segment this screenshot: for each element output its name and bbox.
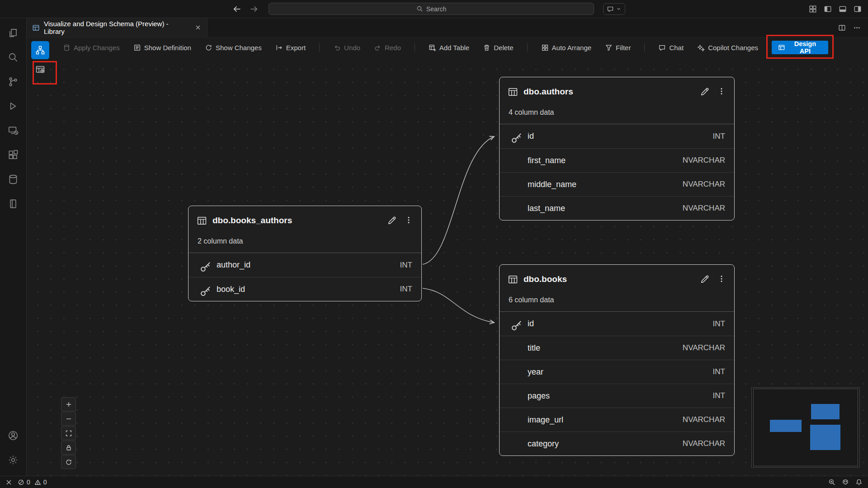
title-bar: Search [0,0,868,18]
column-row[interactable]: title NVARCHAR [500,336,734,360]
column-type: NVARCHAR [683,180,725,189]
back-button[interactable] [232,5,241,14]
copilot-chat-dropdown[interactable] [603,3,625,15]
zoom-in-button[interactable] [61,397,76,411]
column-type: INT [713,391,725,400]
fit-view-button[interactable] [61,426,76,440]
undo-button[interactable]: Undo [333,44,360,52]
sidebar-item-source-control[interactable] [2,70,24,94]
column-row[interactable]: pages INT [500,384,734,408]
forward-button[interactable] [250,5,259,14]
auto-arrange-button[interactable]: Auto Arrange [541,44,592,52]
table-columns: author_id INT book_id INT [189,253,421,301]
table-name: dbo.books_authors [212,216,292,225]
toolbar-separator [527,43,528,52]
problems-indicator[interactable]: 0 0 [18,479,47,486]
column-type: INT [713,132,725,141]
column-row[interactable]: last_name NVARCHAR [500,196,734,220]
table-card-books[interactable]: dbo.books 6 column data id INT [499,264,735,456]
notifications-button[interactable] [855,479,863,486]
sidebar-item-extensions[interactable] [2,143,24,167]
table-name: dbo.books [524,274,567,284]
toggle-sidebar-icon[interactable] [824,5,832,13]
export-button[interactable]: Export [275,44,306,52]
primary-key-icon [199,285,212,294]
column-name: year [528,367,543,377]
toggle-secondary-sidebar-icon[interactable] [854,5,862,13]
table-icon [508,87,518,97]
column-name: id [528,131,534,141]
primary-key-icon [510,131,523,141]
toolbar-label: Export [286,44,306,52]
apply-changes-button[interactable]: Apply Changes [63,44,120,52]
minimap-viewport [753,389,858,466]
table-menu-button[interactable] [404,216,413,225]
column-row[interactable]: id INT [500,124,734,148]
sidebar-item-database[interactable] [2,167,24,192]
zoom-status-button[interactable] [828,479,835,486]
column-row[interactable]: image_url NVARCHAR [500,408,734,432]
minimap[interactable] [751,387,860,468]
disconnect-icon [5,479,12,486]
column-row[interactable]: middle_name NVARCHAR [500,172,734,196]
sidebar-item-search[interactable] [2,45,24,70]
settings-button[interactable] [2,448,24,472]
column-row[interactable]: category NVARCHAR [500,432,734,455]
edit-table-button[interactable] [700,87,710,97]
table-menu-button[interactable] [717,274,726,284]
toolbar-separator [415,43,415,52]
edit-table-button[interactable] [387,216,397,225]
column-type: NVARCHAR [683,343,725,352]
column-row[interactable]: id INT [500,312,734,336]
customize-layout-icon[interactable] [809,5,817,13]
show-definition-button[interactable]: Show Definition [133,44,191,52]
lock-button[interactable] [61,441,76,455]
reset-view-button[interactable] [61,455,76,469]
table-card-authors[interactable]: dbo.authors 4 column data id INT [499,77,735,221]
key-slot-empty [510,343,523,353]
split-editor-icon[interactable] [838,24,846,32]
table-card-books-authors[interactable]: dbo.books_authors 2 column data author_i… [188,206,422,301]
column-row[interactable]: author_id INT [189,253,421,277]
edit-table-button[interactable] [700,274,710,284]
tab-schema-designer[interactable]: Visualize and Design Schema (Preview) - … [27,18,208,37]
sidebar-item-run-debug[interactable] [2,94,24,118]
column-name: middle_name [528,180,576,189]
show-changes-button[interactable]: Show Changes [205,44,262,52]
schema-view-button[interactable] [31,41,49,59]
account-button[interactable] [2,423,24,448]
key-slot-empty [510,180,523,189]
minimap-node [770,420,802,432]
copilot-changes-button[interactable]: Copilot Changes [697,44,758,52]
sidebar-item-database-projects[interactable] [2,192,24,216]
zoom-out-button[interactable] [61,412,76,426]
warnings-count: 0 [43,479,47,486]
status-bar: 0 0 [0,476,868,488]
add-table-button[interactable]: Add Table [429,44,469,52]
command-center-search[interactable]: Search [269,3,594,15]
toolbar-label: Copilot Changes [708,44,758,52]
redo-button[interactable]: Redo [374,44,401,52]
table-subtitle: 2 column data [189,232,421,253]
schema-diagram-icon [35,45,46,56]
bell-icon [855,479,863,486]
delete-button[interactable]: Delete [483,44,513,52]
chat-button[interactable]: Chat [658,44,684,52]
more-actions-icon[interactable] [853,24,861,32]
table-subtitle: 6 column data [500,291,734,312]
column-row[interactable]: book_id INT [189,277,421,301]
sidebar-item-explorer[interactable] [2,21,24,45]
primary-key-icon [510,319,523,328]
toolbar-label: Chat [669,44,684,52]
column-name: pages [528,391,550,401]
close-icon[interactable] [194,24,202,31]
sidebar-item-remote-explorer[interactable] [2,118,24,143]
column-row[interactable]: first_name NVARCHAR [500,148,734,172]
column-name: id [528,319,534,328]
remote-indicator[interactable] [5,479,12,486]
filter-button[interactable]: Filter [605,44,631,52]
copilot-status-button[interactable] [842,479,849,486]
table-menu-button[interactable] [717,87,726,97]
column-row[interactable]: year INT [500,360,734,384]
toggle-panel-icon[interactable] [839,5,847,13]
